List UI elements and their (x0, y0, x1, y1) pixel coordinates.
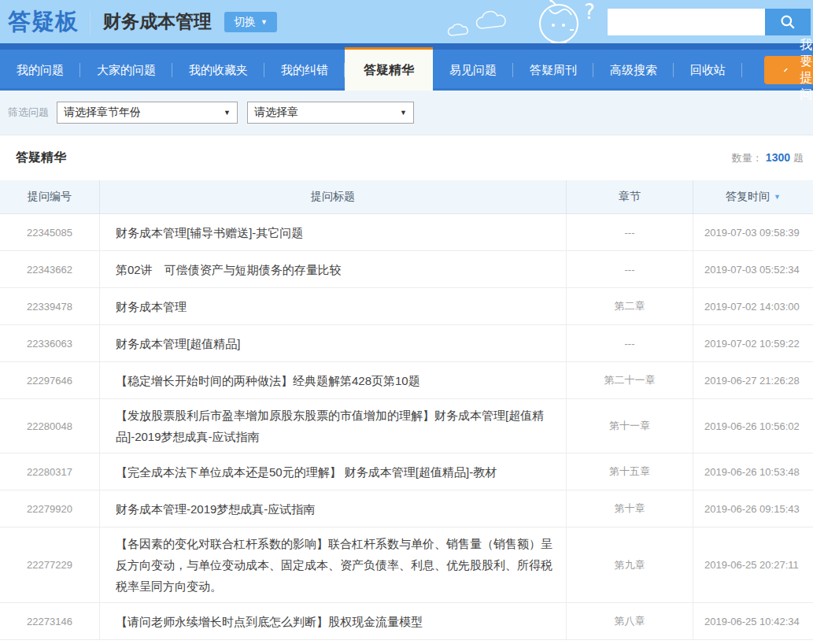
question-chapter: --- (567, 251, 693, 287)
sort-desc-icon[interactable]: ▼ (774, 193, 781, 201)
switch-course-label: 切换 (234, 15, 256, 29)
question-title[interactable]: 财务成本管理 (100, 288, 567, 324)
reply-time: 2019-06-25 10:42:34 (693, 603, 813, 639)
question-id: 22280317 (0, 453, 100, 490)
table-row: 22339478 财务成本管理 第二章 2019-07-02 14:03:00 (0, 288, 813, 325)
question-chapter: --- (567, 325, 693, 361)
chevron-down-icon: ▼ (261, 18, 268, 26)
count-number: 1300 (766, 151, 790, 164)
question-title[interactable]: 【完全成本法下单位成本还是50元的理解】 财务成本管理[超值精品]-教材 (100, 453, 567, 490)
question-title[interactable]: 财务成本管理-2019梦想成真-应试指南 (100, 490, 567, 527)
nav-item-my-questions[interactable]: 我的问题 (0, 50, 80, 91)
question-title[interactable]: 财务成本管理[超值精品] (100, 325, 567, 361)
table-row: 22280317 【完全成本法下单位成本还是50元的理解】 财务成本管理[超值精… (0, 453, 813, 490)
table-header-row: 提问编号 提问标题 章节 答复时间 ▼ (0, 180, 813, 214)
table-row: 22345085 财务成本管理[辅导书赠送]-其它问题 --- 2019-07-… (0, 214, 813, 251)
question-chapter: 第二十一章 (567, 362, 693, 398)
reply-time: 2019-06-26 09:15:43 (693, 490, 813, 527)
question-count: 数量：1300题 (732, 151, 804, 165)
question-id: 22280048 (0, 399, 100, 453)
question-title[interactable]: 【稳定增长开始时间的两种做法】经典题解第428页第10题 (100, 362, 567, 398)
question-chapter: 第十一章 (567, 399, 693, 453)
question-title[interactable]: 【请问老师永续增长时点到底怎么判断】股权现金流量模型 (100, 603, 567, 639)
question-id: 22343662 (0, 251, 100, 287)
nav-item-qa-weekly[interactable]: 答疑周刊 (513, 50, 593, 91)
question-id: 22277229 (0, 527, 100, 602)
chapter-select-value: 请选择章 (254, 105, 298, 120)
question-title[interactable]: 【各因素的变化对联合杠杆系数的影响】联合杠杆系数与单价、销售量（销售额）呈反方向… (100, 527, 567, 602)
table-row: 22273146 【请问老师永续增长时点到底怎么判断】股权现金流量模型 第八章 … (0, 603, 813, 640)
course-title: 财务成本管理 (103, 9, 212, 34)
nav-item-my-favorites[interactable]: 我的收藏夹 (172, 50, 264, 91)
question-id: 22297646 (0, 362, 100, 398)
reply-time: 2019-07-02 10:59:22 (693, 325, 813, 361)
pencil-icon (783, 64, 788, 76)
section-header: 答疑精华 数量：1300题 (0, 135, 813, 180)
question-id: 22273146 (0, 603, 100, 639)
year-select-value: 请选择章节年份 (64, 105, 141, 120)
nav-item-recycle-bin[interactable]: 回收站 (674, 50, 742, 91)
banner-decoration: ? (441, 0, 622, 43)
nav-item-qa-highlights[interactable]: 答疑精华 (345, 47, 433, 91)
header-reply-time[interactable]: 答复时间 ▼ (693, 180, 813, 213)
year-select[interactable]: 请选择章节年份 ▼ (57, 102, 238, 124)
reply-time: 2019-07-03 09:58:39 (693, 214, 813, 250)
svg-text:?: ? (584, 0, 595, 24)
header-chapter: 章节 (567, 180, 693, 213)
reply-time: 2019-07-02 14:03:00 (693, 288, 813, 324)
question-chapter: 第九章 (567, 527, 693, 602)
clouds-icon (448, 12, 505, 35)
question-chapter: 第十章 (567, 490, 693, 527)
mascot-icon: ? (540, 0, 595, 43)
question-chapter: 第八章 (567, 603, 693, 639)
chevron-down-icon: ▼ (400, 109, 407, 117)
section-title: 答疑精华 (16, 150, 66, 166)
nav-item-my-corrections[interactable]: 我的纠错 (264, 50, 345, 91)
question-title[interactable]: 第02讲 可偿债资产与短期债务的存量比较 (100, 251, 567, 287)
question-id: 22339478 (0, 288, 100, 324)
chapter-select[interactable]: 请选择章 ▼ (247, 102, 414, 124)
question-id: 22345085 (0, 214, 100, 250)
main-nav: 我的问题 大家的问题 我的收藏夹 我的纠错 答疑精华 易见问题 答疑周刊 高级搜… (0, 43, 813, 91)
search-button[interactable] (765, 9, 811, 35)
top-banner: 答疑板 财务成本管理 切换 ▼ ? (0, 0, 813, 43)
question-title[interactable]: 【发放股票股利后市盈率增加原股东股票的市值增加的理解】财务成本管理[超值精品]-… (100, 399, 567, 453)
filter-bar: 筛选问题 请选择章节年份 ▼ 请选择章 ▼ (0, 91, 813, 135)
header-question-title: 提问标题 (100, 180, 567, 213)
nav-item-advanced-search[interactable]: 高级搜索 (593, 50, 674, 91)
search-bar (608, 9, 811, 35)
table-row: 22277229 【各因素的变化对联合杠杆系数的影响】联合杠杆系数与单价、销售量… (0, 527, 813, 603)
logo-divider (90, 9, 91, 35)
reply-time: 2019-06-25 20:27:11 (693, 527, 813, 602)
question-id: 22279920 (0, 490, 100, 527)
ask-question-button[interactable]: 我要提问 (764, 56, 813, 84)
switch-course-button[interactable]: 切换 ▼ (224, 12, 277, 32)
table-row: 22343662 第02讲 可偿债资产与短期债务的存量比较 --- 2019-0… (0, 251, 813, 288)
reply-time: 2019-06-27 21:26:28 (693, 362, 813, 398)
table-row: 22279920 财务成本管理-2019梦想成真-应试指南 第十章 2019-0… (0, 490, 813, 527)
reply-time: 2019-06-26 10:53:48 (693, 453, 813, 490)
header-question-id: 提问编号 (0, 180, 100, 213)
ask-question-label: 我要提问 (796, 37, 813, 103)
nav-item-everyones-questions[interactable]: 大家的问题 (80, 50, 172, 91)
table-row: 22336063 财务成本管理[超值精品] --- 2019-07-02 10:… (0, 325, 813, 362)
question-title[interactable]: 财务成本管理[辅导书赠送]-其它问题 (100, 214, 567, 250)
reply-time: 2019-07-03 05:52:34 (693, 251, 813, 287)
question-id: 22336063 (0, 325, 100, 361)
question-chapter: 第二章 (567, 288, 693, 324)
question-chapter: --- (567, 214, 693, 250)
header-reply-time-label: 答复时间 (726, 190, 770, 204)
count-unit: 题 (793, 152, 804, 164)
app-logo: 答疑板 (8, 6, 79, 38)
nav-item-common-questions[interactable]: 易见问题 (433, 50, 513, 91)
qa-table: 提问编号 提问标题 章节 答复时间 ▼ 22345085 财务成本管理[辅导书赠… (0, 180, 813, 640)
table-row: 22297646 【稳定增长开始时间的两种做法】经典题解第428页第10题 第二… (0, 362, 813, 399)
count-label: 数量： (732, 152, 763, 164)
chevron-down-icon: ▼ (224, 109, 231, 117)
question-chapter: 第十五章 (567, 453, 693, 490)
search-icon (780, 14, 796, 30)
reply-time: 2019-06-26 10:56:02 (693, 399, 813, 453)
filter-label: 筛选问题 (8, 105, 49, 120)
search-input[interactable] (608, 9, 765, 35)
table-row: 22280048 【发放股票股利后市盈率增加原股东股票的市值增加的理解】财务成本… (0, 399, 813, 453)
